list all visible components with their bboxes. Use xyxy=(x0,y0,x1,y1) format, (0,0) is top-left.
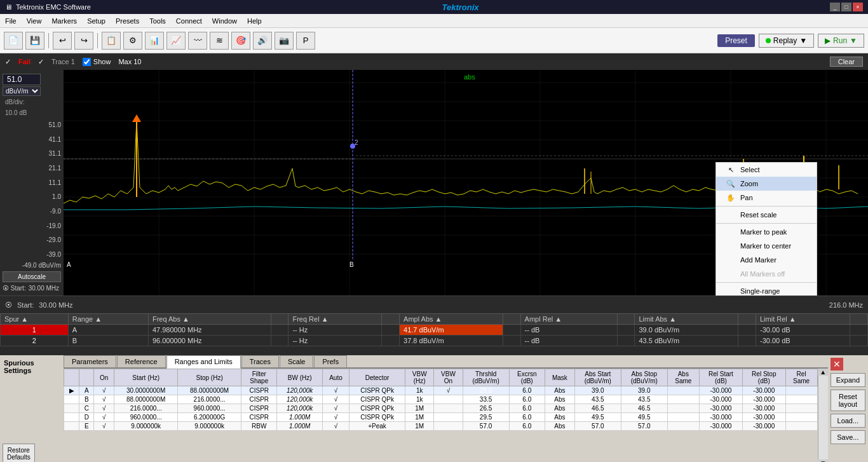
title-bar-left: 🖥 Tektronix EMC Software xyxy=(5,3,91,11)
measure-button[interactable]: 📊 xyxy=(145,32,164,50)
tab-parameters[interactable]: Parameters xyxy=(64,355,116,367)
tab-ranges-limits[interactable]: Ranges and Limits xyxy=(166,355,241,369)
close-button[interactable]: × xyxy=(853,3,863,11)
settings-row-a[interactable]: ▶ A √ 30.0000000M 88.0000000M CISPR 120,… xyxy=(64,386,818,395)
save-button[interactable]: Save... xyxy=(831,430,865,444)
ampl-rel-1-empty xyxy=(617,325,635,336)
row-b-abs-start: 43.5 xyxy=(574,395,621,404)
menu-connect[interactable]: Connect xyxy=(171,16,207,26)
settings-button[interactable]: ⚙ xyxy=(123,32,142,50)
show-checkbox[interactable] xyxy=(83,58,91,66)
target-button[interactable]: 🎯 xyxy=(231,32,250,50)
th-vbw-on: VBWOn xyxy=(434,369,463,386)
scroll-down-btn[interactable]: ▼ xyxy=(818,459,828,462)
ctx-marker-peak[interactable]: Marker to peak xyxy=(716,225,817,239)
table-row[interactable]: 1 A 47.980000 MHz -- Hz 41.7 dBuV/m -- d… xyxy=(1,325,868,336)
row-d-abs-same xyxy=(667,413,699,422)
restore-defaults-button[interactable]: RestoreDefaults xyxy=(3,444,35,462)
menu-window[interactable]: Window xyxy=(207,16,242,26)
ctx-reset-scale[interactable]: Reset scale xyxy=(716,208,817,222)
signal-button[interactable]: ≋ xyxy=(210,32,229,50)
toolbar-right: Preset Replay ▼ ▶ Run ▼ xyxy=(717,34,864,48)
tab-traces[interactable]: Traces xyxy=(241,355,279,367)
wave-button[interactable]: 〰 xyxy=(188,32,207,50)
ampl-abs-2: 37.8 dBuV/m xyxy=(400,336,503,346)
menu-markers[interactable]: Markers xyxy=(46,16,82,26)
tab-prefs[interactable]: Prefs xyxy=(314,355,347,367)
y-unit-select[interactable]: dBuV/m dBuV dBm xyxy=(3,86,41,96)
tab-scale[interactable]: Scale xyxy=(280,355,314,367)
p-button[interactable]: P xyxy=(296,32,315,50)
context-menu: ↖ Select 🔍 Zoom ✋ Pan Reset scale Marker… xyxy=(715,162,817,296)
row-b-auto: √ xyxy=(322,395,349,404)
settings-row-c[interactable]: C √ 216.0000... 960.0000... CISPR 120,00… xyxy=(64,404,818,413)
settings-row-d[interactable]: D √ 960.0000... 6.200000G CISPR 1.000M √… xyxy=(64,413,818,422)
th-empty-4 xyxy=(617,314,635,325)
table-scrollbar[interactable]: ▲ ▼ xyxy=(818,369,828,462)
reset-layout-button[interactable]: Resetlayout xyxy=(831,390,865,411)
svg-text:B: B xyxy=(349,261,354,268)
ampl-abs-1-empty xyxy=(503,325,520,336)
window-controls[interactable]: _ □ × xyxy=(830,3,863,11)
row-e-letter: E xyxy=(79,422,94,431)
replay-button[interactable]: Replay ▼ xyxy=(759,34,814,48)
clear-button[interactable]: Clear xyxy=(830,57,863,67)
ctx-pan[interactable]: ✋ Pan xyxy=(716,191,817,205)
restore-defaults-btn[interactable]: RestoreDefaults xyxy=(3,444,61,462)
redo-button[interactable]: ↪ xyxy=(74,32,93,50)
autoscale-button[interactable]: Autoscale xyxy=(3,271,61,282)
title-bar: 🖥 Tektronix EMC Software Tektronix _ □ × xyxy=(0,0,868,14)
start-freq: 30.00 MHz xyxy=(29,285,59,292)
tab-reference[interactable]: Reference xyxy=(117,355,166,367)
menu-help[interactable]: Help xyxy=(242,16,267,26)
ctx-zoom[interactable]: 🔍 Zoom xyxy=(716,177,817,191)
load-button[interactable]: Load... xyxy=(831,414,865,428)
save-button[interactable]: 💾 xyxy=(25,32,44,50)
trace-label: Trace 1 xyxy=(51,58,75,65)
undo-button[interactable]: ↩ xyxy=(53,32,72,50)
spurious-settings-label: Spurious Settings xyxy=(3,358,61,376)
y-bottom-value: -49.0 dBuV/m xyxy=(0,261,64,270)
trace-button[interactable]: 📈 xyxy=(166,32,186,50)
main-area: 51.0 dBuV/m dBuV dBm dB/div: 10.0 dB 51.… xyxy=(0,70,868,296)
ctx-marker-center-label: Marker to center xyxy=(740,242,791,250)
row-e-vbw-on xyxy=(434,422,463,431)
menu-presets[interactable]: Presets xyxy=(111,16,144,26)
new-button[interactable]: 📄 xyxy=(4,32,23,50)
ctx-select[interactable]: ↖ Select xyxy=(716,163,817,177)
row-e-abs-same xyxy=(667,422,699,431)
show-check-label[interactable]: Show xyxy=(83,58,111,66)
row-c-abs-stop: 46.5 xyxy=(621,404,667,413)
camera-button[interactable]: 📷 xyxy=(275,32,294,50)
audio-button[interactable]: 🔊 xyxy=(253,32,272,50)
menu-view[interactable]: View xyxy=(22,16,47,26)
row-e-abs-start: 57.0 xyxy=(574,422,621,431)
ctx-sep-2 xyxy=(716,223,817,224)
menu-setup[interactable]: Setup xyxy=(82,16,111,26)
ctx-add-marker[interactable]: Add Marker xyxy=(716,253,817,267)
expand-button[interactable]: Expand xyxy=(831,373,865,387)
print-button[interactable]: 📋 xyxy=(102,32,121,50)
row-a-vbw: 1k xyxy=(405,386,434,395)
row-d-auto: √ xyxy=(322,413,349,422)
menu-tools[interactable]: Tools xyxy=(144,16,171,26)
settings-row-e[interactable]: E √ 9.000000k 9.000000k RBW 1.000M √ +Pe… xyxy=(64,422,818,431)
start-indicator: ⦿ xyxy=(5,301,12,309)
restore-button[interactable]: □ xyxy=(841,3,851,11)
run-button[interactable]: ▶ Run ▼ xyxy=(818,34,864,48)
ctx-single-range[interactable]: Single-range xyxy=(716,284,817,296)
ctx-marker-center[interactable]: Marker to center xyxy=(716,239,817,253)
minimize-button[interactable]: _ xyxy=(830,3,840,11)
menu-file[interactable]: File xyxy=(0,16,22,26)
scroll-up-btn[interactable]: ▲ xyxy=(818,369,828,376)
row-b-filter: CISPR xyxy=(241,395,277,404)
settings-row-b[interactable]: B √ 88.0000000M 216.0000... CISPR 120,00… xyxy=(64,395,818,404)
close-panel-button[interactable]: ✕ xyxy=(831,358,843,370)
row-c-excrsn: 6.0 xyxy=(509,404,545,413)
settings-table-scroll[interactable]: On Start (Hz) Stop (Hz) FilterShape BW (… xyxy=(64,369,818,458)
row-d-arrow xyxy=(64,413,79,422)
table-row[interactable]: 2 B 96.000000 MHz -- Hz 37.8 dBuV/m -- d… xyxy=(1,336,868,346)
preset-button[interactable]: Preset xyxy=(717,34,755,47)
chart-area[interactable]: abs 2 A B xyxy=(64,70,868,296)
row-a-start: 30.0000000M xyxy=(114,386,178,395)
